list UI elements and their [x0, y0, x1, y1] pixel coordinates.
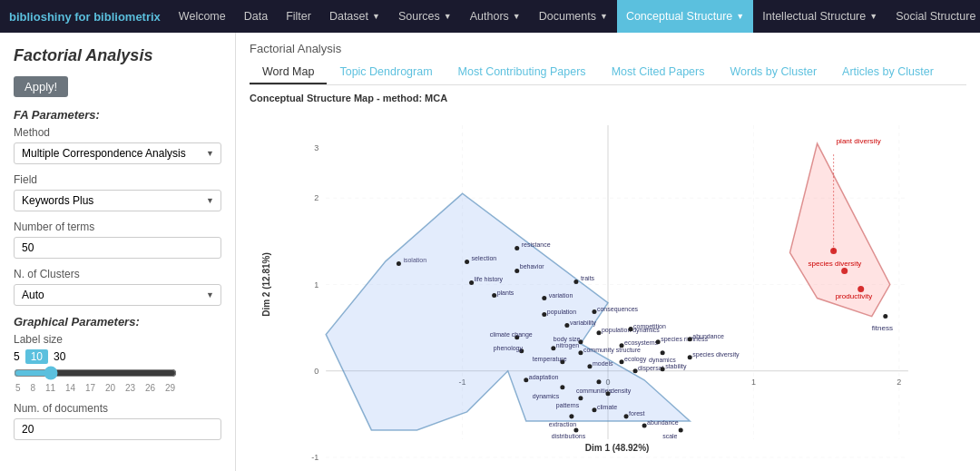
- svg-text:ecology: ecology: [624, 356, 647, 363]
- svg-text:climate change: climate change: [490, 331, 533, 339]
- content-section-title: Factorial Analysis: [250, 42, 966, 55]
- svg-text:temperature: temperature: [533, 356, 567, 363]
- svg-text:abundance: abundance: [647, 419, 679, 426]
- svg-text:ecosystems: ecosystems: [624, 339, 658, 347]
- svg-text:distributions: distributions: [552, 433, 586, 439]
- brand-prefix: biblioshiny for: [9, 10, 93, 24]
- chevron-down-icon: ▼: [444, 12, 452, 21]
- nav-social-structure[interactable]: Social Structure▼: [887, 0, 980, 33]
- brand: biblioshiny for bibliometrix: [9, 10, 161, 24]
- svg-text:climate: climate: [597, 404, 617, 410]
- svg-text:2: 2: [314, 193, 318, 202]
- tab-articles-by-cluster[interactable]: Articles by Cluster: [829, 61, 946, 84]
- svg-text:-1: -1: [311, 453, 318, 462]
- svg-point-81: [578, 396, 583, 400]
- svg-text:stability: stability: [665, 363, 687, 370]
- main-layout: Factorial Analysis Apply! FA Parameters:…: [0, 33, 980, 471]
- svg-point-57: [620, 343, 624, 348]
- svg-text:Dim 2 (12.81%): Dim 2 (12.81%): [261, 252, 271, 317]
- tab-word-map[interactable]: Word Map: [250, 61, 327, 84]
- nav-documents[interactable]: Documents▼: [530, 0, 617, 33]
- brand-name: bibliometrix: [93, 10, 161, 24]
- num-docs-input[interactable]: [14, 418, 221, 440]
- method-select-wrapper: Multiple Correspondence Analysis: [14, 142, 221, 164]
- svg-text:species diversity: species diversity: [692, 351, 740, 358]
- svg-point-95: [679, 427, 683, 432]
- svg-point-89: [592, 407, 596, 412]
- nav-sources[interactable]: Sources▼: [389, 0, 461, 33]
- nav-conceptual-structure[interactable]: Conceptual Structure▼: [617, 0, 753, 33]
- svg-point-47: [629, 327, 633, 331]
- nav-welcome[interactable]: Welcome: [170, 0, 235, 33]
- svg-text:1: 1: [751, 378, 756, 387]
- field-select[interactable]: Keywords Plus: [14, 190, 221, 211]
- svg-text:plant diversity: plant diversity: [837, 137, 881, 145]
- svg-text:3: 3: [314, 143, 318, 152]
- svg-text:scale: scale: [662, 433, 677, 439]
- nav-filter[interactable]: Filter: [277, 0, 320, 33]
- svg-point-29: [542, 296, 546, 300]
- method-select[interactable]: Multiple Correspondence Analysis: [14, 142, 221, 164]
- field-select-wrapper: Keywords Plus: [14, 190, 221, 211]
- svg-point-31: [592, 309, 596, 314]
- slider-ticks: 5 8 11 14 17 20 23 26 29: [14, 383, 177, 393]
- tab-words-by-cluster[interactable]: Words by Cluster: [717, 61, 829, 84]
- slider-min-label: 5: [14, 350, 20, 363]
- num-terms-label: Number of terms: [14, 221, 221, 233]
- svg-point-45: [596, 330, 601, 335]
- svg-text:2: 2: [897, 378, 901, 387]
- content-area: Factorial Analysis Word Map Topic Dendro…: [236, 33, 980, 471]
- chevron-down-icon: ▼: [736, 12, 744, 21]
- svg-text:forest: forest: [629, 410, 645, 417]
- svg-text:1: 1: [314, 280, 318, 289]
- svg-text:species diversity: species diversity: [808, 260, 862, 268]
- svg-point-85: [524, 378, 528, 382]
- field-label: Field: [14, 173, 221, 186]
- nav-intellectual-structure[interactable]: Intellectual Structure▼: [753, 0, 887, 33]
- sidebar-title: Factorial Analysis: [14, 46, 221, 65]
- tab-topic-dendrogram[interactable]: Topic Dendrogram: [327, 61, 445, 84]
- svg-point-106: [883, 314, 887, 319]
- svg-point-35: [469, 280, 474, 285]
- svg-text:traits: traits: [581, 275, 595, 281]
- svg-text:patterns: patterns: [556, 402, 580, 409]
- svg-point-39: [542, 312, 546, 317]
- svg-text:phenology: phenology: [494, 345, 524, 352]
- svg-text:isolation: isolation: [403, 257, 426, 263]
- method-label: Method: [14, 126, 221, 139]
- tab-most-contributing[interactable]: Most Contributing Papers: [446, 61, 599, 84]
- svg-point-79: [560, 385, 564, 389]
- svg-point-97: [573, 427, 578, 432]
- svg-text:variation: variation: [549, 292, 573, 299]
- num-terms-input[interactable]: [14, 237, 221, 259]
- svg-point-23: [465, 260, 469, 264]
- svg-text:community structure: community structure: [583, 347, 641, 354]
- svg-marker-20: [790, 143, 890, 316]
- slider-value-box: 10: [25, 349, 48, 364]
- tab-most-cited[interactable]: Most Cited Papers: [599, 61, 718, 84]
- svg-text:dynamics: dynamics: [533, 393, 560, 400]
- svg-text:behavior: behavior: [520, 263, 545, 270]
- svg-text:competition: competition: [633, 323, 666, 330]
- svg-point-102: [841, 268, 848, 274]
- label-size-range[interactable]: [14, 366, 177, 380]
- svg-point-91: [624, 414, 629, 418]
- svg-text:extraction: extraction: [549, 421, 576, 427]
- svg-point-93: [642, 423, 647, 427]
- nav-data[interactable]: Data: [235, 0, 277, 33]
- svg-text:consequences: consequences: [597, 306, 639, 313]
- svg-point-33: [514, 269, 519, 273]
- svg-point-77: [596, 379, 601, 384]
- chevron-down-icon: ▼: [372, 12, 380, 21]
- n-clusters-select[interactable]: Auto: [14, 284, 221, 306]
- svg-point-59: [656, 339, 661, 344]
- svg-text:variability: variability: [570, 319, 597, 327]
- svg-point-87: [569, 414, 573, 418]
- nav-dataset[interactable]: Dataset▼: [320, 0, 389, 33]
- svg-point-75: [688, 355, 692, 359]
- apply-button[interactable]: Apply!: [14, 76, 68, 97]
- nav-authors[interactable]: Authors▼: [461, 0, 530, 33]
- svg-point-61: [688, 337, 692, 341]
- svg-point-65: [620, 359, 624, 364]
- svg-point-27: [573, 280, 578, 284]
